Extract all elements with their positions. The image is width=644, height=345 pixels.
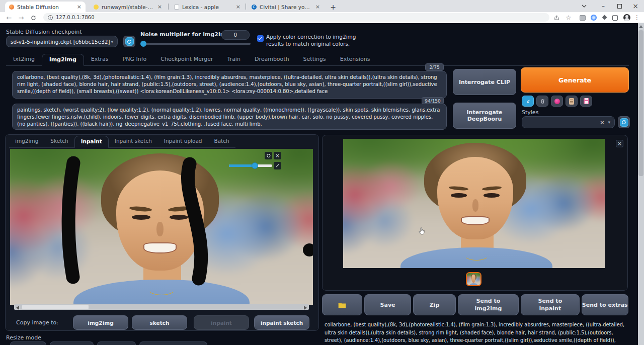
tab-sketch[interactable]: Sketch bbox=[44, 136, 74, 147]
brush-size-slider[interactable] bbox=[229, 164, 272, 167]
send-to-img2img-button[interactable]: Send to img2img bbox=[458, 294, 519, 315]
copy-to-img2img-button[interactable]: img2img bbox=[73, 315, 128, 330]
inpaint-canvas[interactable]: × bbox=[10, 149, 313, 305]
canvas-horizontal-scrollbar[interactable] bbox=[14, 304, 309, 310]
noise-multiplier-slider[interactable] bbox=[141, 43, 251, 45]
scroll-left-arrow[interactable] bbox=[16, 306, 19, 310]
refresh-icon bbox=[620, 118, 628, 127]
browser-menu-button[interactable]: ⋮ bbox=[633, 14, 641, 22]
forward-button[interactable]: → bbox=[17, 14, 25, 22]
browser-tab-civitai[interactable]: C Civitai | Share your models × bbox=[248, 2, 324, 12]
resize-mode-option[interactable] bbox=[139, 341, 207, 345]
scroll-up-arrow[interactable] bbox=[639, 25, 643, 28]
tab-checkpoint-merger[interactable]: Checkpoint Merger bbox=[153, 54, 220, 65]
thumbnail-image bbox=[467, 273, 480, 285]
clear-styles-icon[interactable]: × bbox=[600, 119, 604, 126]
inpaint-mask-strokes bbox=[10, 149, 313, 305]
gallery-thumbnail-selected[interactable] bbox=[466, 272, 481, 286]
brush-size-button[interactable] bbox=[274, 162, 281, 169]
save-style-button[interactable] bbox=[580, 96, 592, 107]
new-tab-button[interactable]: + bbox=[327, 2, 339, 12]
side-panel-button[interactable] bbox=[611, 14, 619, 22]
undo-button[interactable] bbox=[265, 152, 272, 159]
tab-train[interactable]: Train bbox=[220, 54, 248, 65]
extension-blue-button[interactable] bbox=[590, 14, 598, 22]
address-bar[interactable]: i 127.0.0.1:7860 bbox=[43, 13, 549, 22]
share-button[interactable] bbox=[552, 14, 560, 22]
resize-mode-option[interactable] bbox=[97, 341, 136, 345]
back-arrow-icon: ← bbox=[7, 14, 12, 22]
tab-search-chevron[interactable] bbox=[577, 0, 592, 12]
profile-avatar[interactable] bbox=[623, 14, 631, 22]
result-image[interactable] bbox=[343, 139, 605, 268]
close-icon[interactable]: × bbox=[315, 4, 320, 10]
browser-tab-runwayml[interactable]: runwayml/stable-diffusion-inpai × bbox=[90, 2, 166, 12]
extension-screenshot-button[interactable] bbox=[579, 14, 587, 22]
extra-networks-button[interactable] bbox=[551, 96, 563, 107]
tab-settings[interactable]: Settings bbox=[296, 54, 333, 65]
tab-extensions[interactable]: Extensions bbox=[333, 54, 377, 65]
slider-thumb[interactable] bbox=[252, 162, 258, 169]
color-correction-label: Apply color correction to img2img result… bbox=[266, 33, 373, 47]
checkpoint-refresh-button[interactable] bbox=[123, 36, 135, 47]
scroll-right-arrow[interactable] bbox=[304, 306, 307, 310]
bookmark-button[interactable]: ☆ bbox=[565, 14, 573, 22]
copy-to-sketch-button[interactable]: sketch bbox=[132, 315, 187, 330]
browser-tab-stable-diffusion[interactable]: Stable Diffusion × bbox=[5, 2, 86, 12]
window-maximize-button[interactable] bbox=[612, 0, 627, 12]
tab-img2img[interactable]: img2img bbox=[42, 54, 84, 66]
page-scrollbar[interactable] bbox=[638, 23, 644, 345]
save-button[interactable]: Save bbox=[364, 294, 412, 315]
zip-button[interactable]: Zip bbox=[413, 294, 455, 315]
interrogate-clip-button[interactable]: Interrogate CLIP bbox=[453, 69, 516, 95]
apply-style-button[interactable] bbox=[566, 96, 578, 107]
open-output-folder-button[interactable] bbox=[322, 294, 362, 315]
prompt-textarea[interactable]: collarbone, (best quality),(8k, 3d),(pho… bbox=[12, 71, 447, 99]
tab-txt2img[interactable]: txt2img bbox=[6, 54, 42, 65]
clear-image-button[interactable]: × bbox=[274, 152, 281, 159]
browser-toolbar: ← → i 127.0.0.1:7860 ☆ bbox=[0, 12, 644, 23]
negative-prompt-textarea[interactable]: paintings, sketch, (worst quality:2), (l… bbox=[12, 104, 447, 130]
slider-thumb[interactable] bbox=[140, 41, 146, 47]
copy-to-inpaint-sketch-button[interactable]: inpaint sketch bbox=[254, 315, 309, 330]
noise-multiplier-value[interactable]: 0 bbox=[221, 30, 250, 40]
tab-batch[interactable]: Batch bbox=[208, 136, 235, 147]
star-icon: ☆ bbox=[566, 14, 572, 21]
tab-inpaint-upload[interactable]: Inpaint upload bbox=[158, 136, 208, 147]
close-icon[interactable]: × bbox=[77, 4, 82, 10]
window-minimize-button[interactable]: – bbox=[596, 0, 611, 12]
reload-button[interactable] bbox=[29, 14, 37, 22]
copy-image-to-label: Copy image to: bbox=[16, 319, 58, 326]
scrollbar-thumb[interactable] bbox=[22, 305, 89, 309]
chevron-down-icon: ▾ bbox=[608, 120, 610, 125]
resize-mode-option[interactable] bbox=[10, 341, 46, 345]
site-info-icon[interactable]: i bbox=[48, 15, 53, 20]
paste-parameters-button[interactable] bbox=[522, 96, 534, 107]
styles-refresh-button[interactable] bbox=[618, 116, 630, 128]
back-button[interactable]: ← bbox=[5, 14, 13, 22]
tab-inpaint[interactable]: Inpaint bbox=[74, 136, 109, 148]
result-portrait bbox=[343, 139, 605, 268]
window-close-button[interactable]: × bbox=[628, 0, 643, 12]
extensions-menu-button[interactable] bbox=[601, 14, 609, 22]
close-icon[interactable]: × bbox=[157, 4, 162, 10]
close-gallery-button[interactable]: × bbox=[616, 140, 623, 147]
send-to-extras-button[interactable]: Send to extras bbox=[582, 294, 629, 315]
styles-dropdown[interactable]: × ▾ bbox=[522, 116, 615, 128]
close-icon[interactable]: × bbox=[236, 4, 240, 10]
tab-extras[interactable]: Extras bbox=[84, 54, 116, 65]
color-correction-checkbox[interactable] bbox=[257, 35, 264, 42]
side-panel-icon bbox=[612, 15, 618, 21]
interrogate-deepbooru-button[interactable]: Interrogate DeepBooru bbox=[453, 103, 516, 129]
send-to-inpaint-button[interactable]: Send to inpaint bbox=[521, 294, 579, 315]
generate-button[interactable]: Generate bbox=[521, 67, 629, 93]
tab-img2img-mode[interactable]: img2img bbox=[9, 136, 44, 147]
resize-mode-option[interactable] bbox=[50, 341, 94, 345]
browser-tab-lexica[interactable]: Lexica - apple × bbox=[170, 2, 245, 12]
checkpoint-dropdown[interactable]: sd-v1-5-inpainting.ckpt [c6bbc15e32] ▾ bbox=[6, 36, 118, 47]
tab-inpaint-sketch[interactable]: Inpaint sketch bbox=[109, 136, 158, 147]
scrollbar-thumb[interactable] bbox=[638, 30, 643, 176]
clear-prompt-button[interactable] bbox=[536, 96, 548, 107]
tab-png-info[interactable]: PNG Info bbox=[116, 54, 154, 65]
tab-dreambooth[interactable]: Dreambooth bbox=[248, 54, 296, 65]
